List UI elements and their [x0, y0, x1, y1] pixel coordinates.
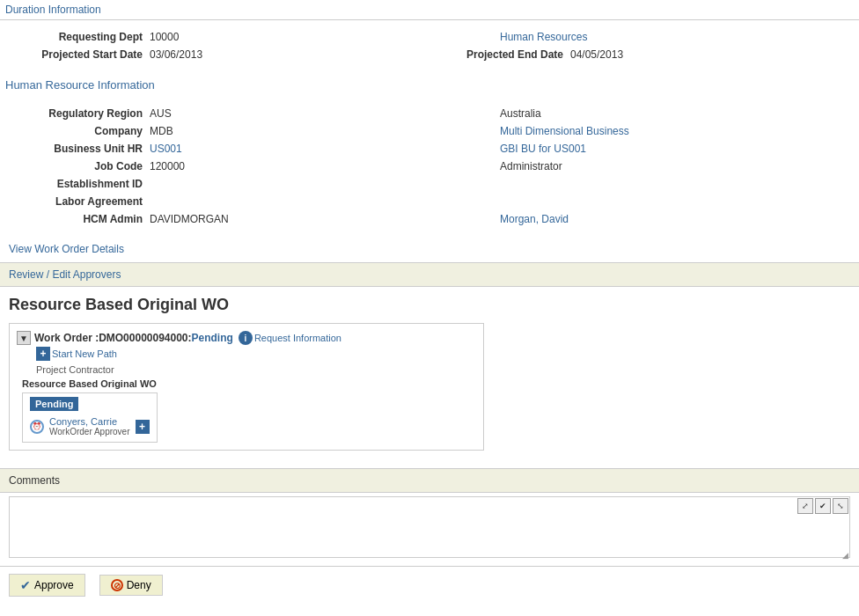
regulatory-region-value: AUS — [150, 107, 500, 120]
job-code-row: Job Code 120000 Administrator — [9, 160, 850, 172]
duration-header: Duration Information — [0, 0, 859, 20]
requesting-dept-label: Requesting Dept — [9, 31, 150, 43]
projected-end-value: 04/05/2013 — [570, 48, 850, 61]
deny-button[interactable]: ⊘ Deny — [99, 575, 163, 596]
approver-name-link[interactable]: Conyers, Carrie — [49, 416, 130, 427]
clock-icon: ⏰ — [30, 420, 44, 434]
hcm-admin-row: HCM Admin DAVIDMORGAN Morgan, David — [9, 213, 850, 225]
job-code-value: 120000 — [150, 160, 500, 172]
wo-project-type: Project Contractor — [36, 364, 476, 375]
establishment-label: Establishment ID — [9, 178, 150, 190]
business-unit-label: Business Unit HR — [9, 143, 150, 155]
view-work-order-link[interactable]: View Work Order Details — [0, 239, 859, 259]
projected-start-value: 03/06/2013 — [150, 48, 430, 61]
info-icon[interactable]: i — [239, 331, 253, 345]
company-label: Company — [9, 125, 150, 137]
projected-end-label: Projected End Date — [430, 48, 570, 61]
new-path-row: + Start New Path — [36, 347, 476, 361]
review-bar: Review / Edit Approvers — [0, 262, 859, 287]
approve-button[interactable]: ✔ Approve — [9, 574, 85, 597]
add-path-icon[interactable]: + — [36, 347, 50, 361]
approver-role: WorkOrder Approver — [49, 427, 130, 436]
business-unit-row: Business Unit HR US001 GBI BU for US001 — [9, 143, 850, 155]
wo-status: Pending — [192, 332, 233, 344]
pending-row: ⏰ Conyers, Carrie WorkOrder Approver + — [30, 414, 150, 438]
approver-info: Conyers, Carrie WorkOrder Approver — [49, 416, 130, 436]
hr-info-section: Human Resource Information Regulatory Re… — [0, 75, 859, 259]
hcm-admin-name: Morgan, David — [500, 213, 850, 225]
job-code-name: Administrator — [500, 160, 850, 172]
request-info-link[interactable]: Request Information — [254, 333, 341, 343]
wo-id: DMO00000094000: — [99, 332, 191, 344]
duration-section: Duration Information Requesting Dept 100… — [0, 0, 859, 75]
comments-icons: ⤢ ✔ ⤡ — [797, 498, 848, 514]
business-unit-name: GBI BU for US001 — [500, 143, 850, 155]
hr-info-header: Human Resource Information — [0, 75, 859, 95]
fullscreen-icon[interactable]: ⤡ — [833, 498, 848, 514]
wo-section-title: Resource Based Original WO — [9, 296, 850, 314]
job-code-label: Job Code — [9, 160, 150, 172]
regulatory-region-label: Regulatory Region — [9, 107, 150, 120]
regulatory-region-row: Regulatory Region AUS Australia — [9, 107, 850, 120]
resize-handle: ◢ — [842, 551, 848, 560]
edit-approvers-link[interactable]: Edit Approvers — [52, 268, 121, 281]
labor-row: Labor Agreement — [9, 195, 850, 208]
hcm-admin-label: HCM Admin — [9, 213, 150, 225]
regulatory-region-name: Australia — [500, 107, 850, 120]
establishment-row: Establishment ID — [9, 178, 850, 190]
pending-box: Pending ⏰ Conyers, Carrie WorkOrder Appr… — [22, 392, 158, 443]
spellcheck-icon[interactable]: ✔ — [815, 498, 831, 514]
requesting-dept-name: Human Resources — [500, 31, 850, 43]
pending-label: Pending — [30, 397, 78, 411]
wo-header-row: ▼ Work Order : DMO00000094000: Pending i… — [17, 331, 476, 345]
dates-row: Projected Start Date 03/06/2013 Projecte… — [9, 48, 850, 61]
projected-start-label: Projected Start Date — [9, 48, 150, 61]
business-unit-value: US001 — [150, 143, 500, 155]
labor-label: Labor Agreement — [9, 195, 150, 208]
requesting-dept-value: 10000 — [150, 31, 500, 43]
expand-icon[interactable]: ⤢ — [797, 498, 813, 514]
requesting-dept-row: Requesting Dept 10000 Human Resources — [9, 31, 850, 43]
deny-circle-icon: ⊘ — [111, 579, 123, 591]
company-name: Multi Dimensional Business — [500, 125, 850, 137]
wo-collapse-icon[interactable]: ▼ — [17, 331, 31, 345]
add-approver-icon[interactable]: + — [136, 420, 150, 434]
wo-box: ▼ Work Order : DMO00000094000: Pending i… — [9, 323, 484, 451]
comments-bar: Comments — [0, 468, 859, 493]
company-row: Company MDB Multi Dimensional Business — [9, 125, 850, 137]
review-separator: / — [43, 268, 52, 281]
review-link[interactable]: Review — [9, 268, 43, 281]
wo-section: Resource Based Original WO ▼ Work Order … — [0, 287, 859, 459]
footer-bar: ✔ Approve ⊘ Deny — [0, 566, 859, 604]
approve-check-icon: ✔ — [20, 578, 31, 592]
comments-area: ⤢ ✔ ⤡ ◢ — [9, 496, 850, 561]
deny-label: Deny — [127, 579, 151, 591]
wo-inner-name: Resource Based Original WO — [22, 378, 476, 389]
approve-label: Approve — [34, 579, 74, 591]
wo-label: Work Order : — [34, 332, 99, 344]
comments-textarea[interactable] — [9, 496, 850, 558]
company-value: MDB — [150, 125, 500, 137]
hcm-admin-value: DAVIDMORGAN — [150, 213, 500, 225]
start-new-path-link[interactable]: Start New Path — [52, 348, 117, 359]
